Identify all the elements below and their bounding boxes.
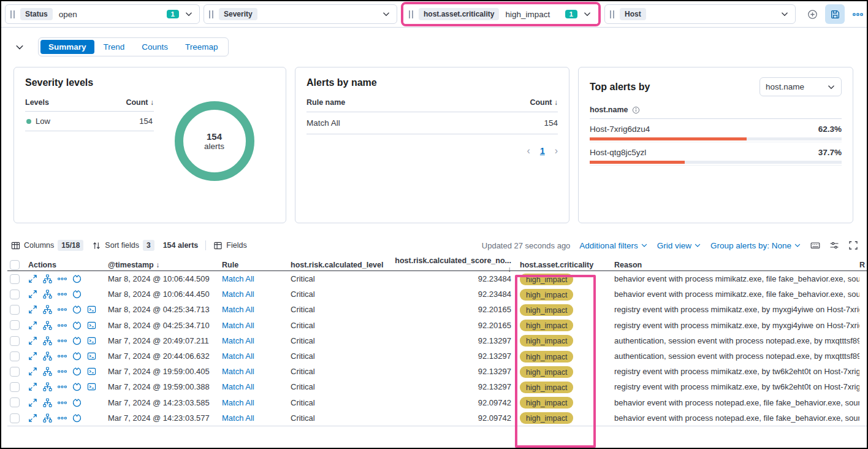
drag-handle-icon[interactable] (10, 10, 15, 18)
rule-link[interactable]: Match All (222, 336, 254, 345)
top-alert-row[interactable]: Host-7xrig6dzu4 62.3% (590, 119, 842, 142)
row-checkbox[interactable] (10, 367, 20, 377)
alert-row[interactable]: Mar 7, 2024 @ 14:23:03.585 Match All Cri… (7, 395, 867, 410)
timeline-icon[interactable] (72, 321, 82, 330)
more-actions-icon[interactable] (58, 413, 67, 423)
drag-handle-icon[interactable] (610, 10, 614, 18)
expand-alert-icon[interactable] (28, 305, 37, 314)
terminal-icon[interactable] (87, 305, 96, 314)
page-number[interactable]: 1 (540, 146, 545, 156)
rule-link[interactable]: Match All (222, 413, 254, 423)
timeline-icon[interactable] (72, 413, 82, 423)
terminal-icon[interactable] (87, 336, 96, 345)
columns-button[interactable]: Columns 15/18 (11, 240, 83, 251)
add-filter-button[interactable] (803, 5, 821, 23)
save-query-button[interactable] (825, 4, 845, 24)
fields-button[interactable]: Fields (213, 241, 246, 250)
timeline-icon[interactable] (72, 351, 82, 361)
chevron-down-icon[interactable] (780, 10, 789, 18)
chevron-down-icon[interactable] (382, 10, 390, 18)
filter-severity[interactable]: Severity (204, 4, 397, 24)
row-checkbox[interactable] (10, 274, 20, 284)
rule-header[interactable]: Rule (222, 261, 291, 269)
expand-alert-icon[interactable] (28, 413, 37, 423)
analyze-event-icon[interactable] (43, 398, 52, 407)
alert-reason[interactable]: authentication, session event with proce… (614, 336, 859, 345)
row-checkbox[interactable] (10, 320, 20, 330)
expand-alert-icon[interactable] (28, 274, 37, 283)
risk-score-header[interactable]: host.risk.calculated_score_no... ↓ (391, 256, 511, 274)
more-actions-icon[interactable] (58, 398, 67, 407)
alert-reason[interactable]: authentication, session event with proce… (614, 351, 859, 361)
analyze-event-icon[interactable] (43, 290, 52, 299)
expand-alert-icon[interactable] (28, 398, 37, 407)
criticality-header[interactable]: host.asset.criticality (511, 261, 614, 269)
rule-row[interactable]: Match All 154 (306, 112, 558, 134)
expand-alert-icon[interactable] (28, 290, 37, 299)
alert-row[interactable]: Mar 8, 2024 @ 04:25:34.713 Match All Cri… (7, 302, 867, 317)
analyze-event-icon[interactable] (43, 321, 52, 330)
tab-treemap[interactable]: Treemap (177, 40, 226, 54)
analyze-event-icon[interactable] (43, 351, 52, 361)
rule-link[interactable]: Match All (222, 398, 254, 407)
terminal-icon[interactable] (87, 321, 96, 330)
terminal-icon[interactable] (87, 367, 96, 376)
expand-alert-icon[interactable] (28, 351, 37, 361)
info-icon[interactable] (632, 106, 640, 114)
timeline-icon[interactable] (72, 305, 82, 314)
severity-donut-chart[interactable]: 154 alerts (173, 99, 256, 183)
analyze-event-icon[interactable] (43, 367, 52, 376)
row-checkbox[interactable] (10, 397, 20, 407)
severity-count-header[interactable]: Count ↓ (126, 98, 154, 107)
rule-link[interactable]: Match All (222, 274, 254, 283)
chevron-down-icon[interactable] (185, 10, 193, 18)
expand-alert-icon[interactable] (28, 382, 37, 391)
alert-row[interactable]: Mar 7, 2024 @ 19:59:00.388 Match All Cri… (7, 379, 867, 394)
terminal-icon[interactable] (87, 382, 96, 391)
reason-header[interactable]: Reason (614, 261, 859, 269)
more-actions-icon[interactable] (58, 305, 67, 314)
group-alerts-by-button[interactable]: Group alerts by: None (710, 241, 801, 250)
alert-row[interactable]: Mar 8, 2024 @ 04:25:34.710 Match All Cri… (7, 318, 867, 333)
tab-summary[interactable]: Summary (40, 40, 94, 54)
timeline-icon[interactable] (72, 274, 82, 283)
chevron-down-icon[interactable] (583, 10, 592, 18)
terminal-icon[interactable] (87, 351, 96, 361)
rule-link[interactable]: Match All (222, 382, 254, 391)
grid-view-button[interactable]: Grid view (657, 241, 701, 250)
rule-link[interactable]: Match All (222, 321, 254, 330)
more-actions-icon[interactable] (58, 382, 67, 391)
row-checkbox[interactable] (10, 290, 20, 299)
analyze-event-icon[interactable] (43, 274, 52, 283)
tab-counts[interactable]: Counts (134, 40, 176, 54)
alert-row[interactable]: Mar 7, 2024 @ 14:23:03.577 Match All Cri… (7, 410, 867, 426)
severity-row-low[interactable]: Low 154 (25, 112, 154, 131)
alert-reason[interactable]: behavior event with process mimikatz.exe… (614, 290, 859, 299)
rule-count-header[interactable]: Count ↓ (530, 98, 558, 107)
next-page-icon[interactable]: › (555, 145, 558, 156)
row-checkbox[interactable] (10, 351, 20, 361)
timeline-icon[interactable] (72, 367, 82, 376)
row-checkbox[interactable] (10, 305, 20, 315)
keyboard-shortcuts-icon[interactable] (810, 240, 820, 250)
analyze-event-icon[interactable] (43, 413, 52, 423)
alert-reason[interactable]: behavior event with process notepad.exe,… (614, 413, 859, 423)
filter-status[interactable]: Status open 1 (5, 4, 200, 24)
more-actions-icon[interactable] (58, 351, 67, 361)
filter-host[interactable]: Host (604, 4, 796, 24)
rule-link[interactable]: Match All (222, 351, 254, 361)
drag-handle-icon[interactable] (409, 10, 413, 18)
rule-link[interactable]: Match All (222, 367, 254, 376)
expand-alert-icon[interactable] (28, 367, 37, 376)
row-checkbox[interactable] (10, 336, 20, 346)
rule-link[interactable]: Match All (222, 305, 254, 314)
alert-reason[interactable]: registry event with process mimikatz.exe… (614, 367, 859, 376)
alert-row[interactable]: Mar 7, 2024 @ 19:59:00.405 Match All Cri… (7, 364, 867, 379)
alert-row[interactable]: Mar 8, 2024 @ 10:06:44.450 Match All Cri… (7, 286, 867, 302)
drag-handle-icon[interactable] (209, 10, 213, 18)
filter-host-asset-criticality[interactable]: host.asset.criticality high_impact 1 (403, 4, 598, 24)
analyze-event-icon[interactable] (43, 336, 52, 345)
rule-link[interactable]: Match All (222, 290, 254, 299)
timeline-icon[interactable] (72, 336, 82, 345)
sort-fields-button[interactable]: Sort fields 3 (92, 240, 154, 251)
